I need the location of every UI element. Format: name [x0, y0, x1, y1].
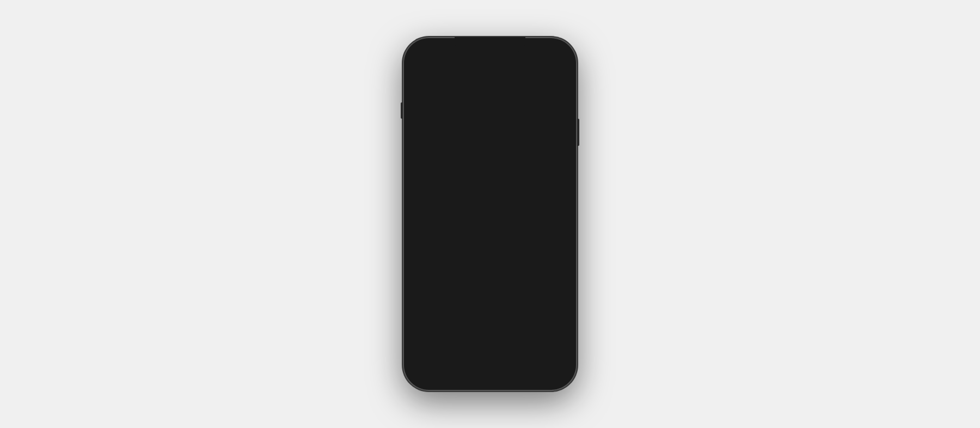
nav-groups[interactable]: ◯: [498, 367, 510, 380]
next-post-avatar: SM: [414, 279, 431, 296]
tshirt-graphic: ⚡ NO COFFEE NO WORKEE: [462, 175, 495, 198]
wifi-icon: 📶: [455, 47, 463, 54]
figure-torso: ⚡ NO COFFEE NO WORKEE: [457, 164, 500, 224]
next-post-preview: SM Sergey Malevany Yesterday at 08:48 ·◯…: [407, 274, 573, 301]
like-label-bottom: Like: [431, 259, 443, 266]
qwertee-logo: [416, 83, 431, 99]
carousel-prev-item[interactable]: ow: [414, 137, 430, 246]
like-button-bottom[interactable]: 👍 Like: [420, 258, 443, 267]
nav-menu[interactable]: ☰: [554, 367, 564, 380]
arm-left: [447, 184, 457, 203]
carousel-active-item: ⚡ NO COFFEE NO WORKEE: [430, 137, 525, 250]
phone-mockup: Vodafone 📶 6:22 PM ◯ ↗ ⏱ 70%: [403, 37, 577, 391]
arm-right: [499, 184, 510, 203]
post-text: Hurry! Get your AWESOME limited edition …: [407, 105, 573, 137]
signal-icon: [418, 47, 424, 54]
share-icon-top: ↗: [534, 61, 541, 70]
carousel-next-item[interactable]: T: [525, 137, 558, 246]
page-avatar: [414, 81, 433, 101]
tshirt-container: ⚡ NO COFFEE NO WORKEE: [431, 137, 525, 233]
battery-fill: [551, 49, 558, 53]
bell-icon: ♡: [528, 367, 537, 380]
status-bar-left: Vodafone 📶: [418, 47, 463, 54]
top-action-bar: 👍 Like 💬 Comment ↗ Share: [407, 58, 573, 74]
carousel-title: No coffee...: [435, 238, 467, 244]
figure-pants: [456, 203, 501, 224]
post-header: Qwertee Sponsored · •••: [407, 77, 573, 105]
nav-notifications[interactable]: ♡: [528, 367, 537, 380]
sleeve-right: [497, 159, 509, 179]
like-icon-bottom: 👍: [420, 258, 429, 267]
alarm-icon: ⏱: [531, 48, 536, 53]
location-icon: ◯: [518, 48, 523, 53]
arrow-icon: ↗: [525, 48, 529, 53]
shop-now-button[interactable]: Shop Now: [484, 236, 520, 246]
groups-icon: ◯: [498, 367, 510, 380]
next-post-user-details: Sergey Malevany Yesterday at 08:48 ·◯: [436, 281, 489, 295]
next-item-letter: T: [538, 184, 546, 199]
bottom-nav: ⊞ 👥 ▶ ◯ ♡ ☰: [407, 362, 573, 387]
globe-icon: [470, 93, 475, 98]
home-icon: ⊞: [416, 367, 425, 380]
pikachu-icon: ⚡: [462, 175, 495, 186]
status-time: 6:22 PM: [478, 47, 503, 54]
comment-icon-top: 💬: [469, 61, 478, 70]
bottom-action-bar: 👍 Like 💬 Comment ↗ Share: [407, 253, 573, 271]
svg-point-0: [416, 83, 431, 99]
next-post-more-button[interactable]: •••: [555, 283, 566, 292]
globe-icon-2: ·◯: [482, 289, 489, 295]
sleeve-left: [448, 159, 460, 179]
next-post-meta: Yesterday at 08:48 ·◯: [436, 289, 489, 295]
carousel-info: No coffee... Shop Now: [431, 233, 525, 249]
video-icon: ▶: [473, 367, 481, 380]
next-post-timestamp: Yesterday at 08:48: [436, 289, 481, 295]
comment-button-bottom[interactable]: 💬 Comment: [469, 258, 509, 267]
carousel-image: ⚡ NO COFFEE NO WORKEE: [431, 137, 525, 233]
next-post-name: Sergey Malevany: [436, 281, 489, 289]
share-icon-bottom: ↗: [534, 258, 541, 267]
comment-label-top: Comment: [480, 62, 509, 69]
svg-point-3: [421, 89, 422, 91]
next-post-user-info: SM Sergey Malevany Yesterday at 08:48 ·◯: [414, 279, 489, 296]
like-button-top[interactable]: 👍 Like: [420, 61, 443, 70]
status-bar-right: ◯ ↗ ⏱ 70%: [518, 48, 562, 54]
like-label-top: Like: [431, 62, 443, 69]
post-header-left: Qwertee Sponsored ·: [414, 81, 475, 101]
carousel: ow: [407, 137, 573, 250]
sponsored-label: Sponsored: [438, 92, 464, 98]
post-card: Qwertee Sponsored · ••• Hurry! Get you: [407, 77, 573, 271]
carrier-label: Vodafone: [426, 47, 453, 54]
nav-video[interactable]: ▶: [473, 367, 481, 380]
shirt-text-line1: NO COFFEE: [462, 188, 495, 192]
page-name: Qwertee: [438, 84, 475, 92]
status-bar: Vodafone 📶 6:22 PM ◯ ↗ ⏱ 70%: [407, 41, 573, 58]
shirt-text-line2: NO WORKEE: [462, 195, 495, 199]
friends-icon: 👥: [442, 367, 456, 380]
more-options-button[interactable]: •••: [553, 85, 566, 97]
avatar-inner: [415, 82, 432, 100]
share-label-top: Share: [543, 62, 560, 69]
share-button-bottom[interactable]: ↗ Share: [534, 258, 560, 267]
svg-point-4: [425, 89, 427, 91]
like-icon-top: 👍: [420, 61, 429, 70]
battery-percent: 70%: [537, 48, 548, 54]
battery-icon: [550, 48, 562, 54]
page-info: Qwertee Sponsored ·: [438, 84, 475, 98]
nav-home[interactable]: ⊞: [416, 367, 425, 380]
man-figure: ⚡ NO COFFEE NO WORKEE: [440, 140, 517, 230]
share-button-top[interactable]: ↗ Share: [534, 61, 560, 70]
screen-content: Vodafone 📶 6:22 PM ◯ ↗ ⏱ 70%: [407, 41, 573, 387]
menu-icon: ☰: [554, 367, 564, 380]
sponsored-row: Sponsored ·: [438, 92, 475, 98]
prev-item-text: ow: [419, 187, 425, 195]
share-label-bottom: Share: [543, 259, 560, 266]
comment-icon-bottom: 💬: [469, 258, 478, 267]
comment-button-top[interactable]: 💬 Comment: [469, 61, 509, 70]
phone-screen: Vodafone 📶 6:22 PM ◯ ↗ ⏱ 70%: [407, 41, 573, 387]
comment-label-bottom: Comment: [480, 259, 509, 266]
nav-friends[interactable]: 👥: [442, 367, 456, 380]
